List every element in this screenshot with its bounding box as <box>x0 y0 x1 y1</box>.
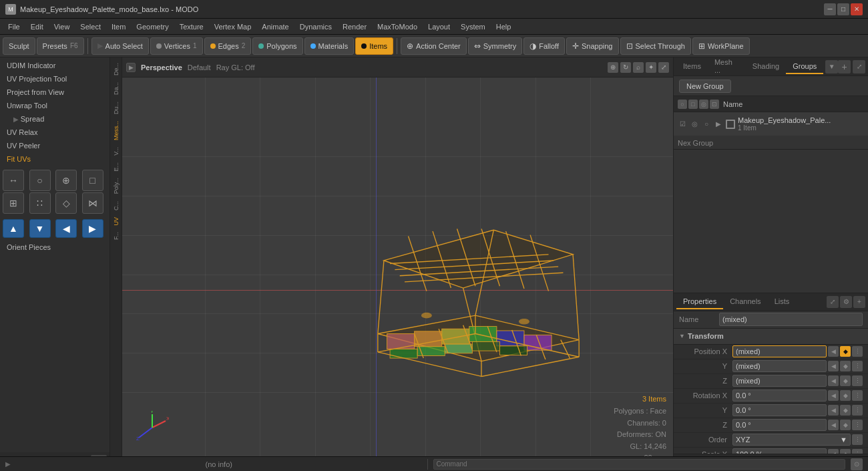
position-y-menu[interactable]: ⋮ <box>852 361 863 371</box>
menu-system[interactable]: System <box>455 21 491 33</box>
auto-select-button[interactable]: ▶ Auto Select <box>91 37 149 55</box>
group-item-lock[interactable]: ○ <box>702 120 711 129</box>
rotation-x-key[interactable]: ◆ <box>840 390 851 401</box>
prop-tab-channels[interactable]: Channels <box>723 295 767 309</box>
workplane-button[interactable]: ⊞ WorkPlane <box>692 37 750 55</box>
maximize-button[interactable]: □ <box>837 3 849 15</box>
symmetry-button[interactable]: ⇔ Symmetry <box>468 37 523 55</box>
sidebar-item-fit-uvs[interactable]: Fit UVs <box>0 152 110 166</box>
viewport-icon-target[interactable]: ⊕ <box>608 62 618 73</box>
group-item-checkbox[interactable]: ☑ <box>678 120 687 129</box>
group-item-expand[interactable]: ▶ <box>714 120 723 129</box>
scale-x-value[interactable]: 100.0 % <box>732 448 827 454</box>
position-y-dec[interactable]: ◀ <box>828 361 839 371</box>
tab-shading[interactable]: Shading <box>746 59 786 74</box>
snapping-button[interactable]: ✛ Snapping <box>566 37 619 55</box>
arrow-down-button[interactable]: ▼ <box>29 219 51 238</box>
menu-file[interactable]: File <box>3 21 25 33</box>
action-center-button[interactable]: ⊕ Action Center <box>401 37 467 55</box>
rotation-x-menu[interactable]: ⋮ <box>852 390 863 401</box>
position-y-key[interactable]: ◆ <box>840 361 851 371</box>
tool-icon-grid[interactable]: ⊞ <box>3 192 24 214</box>
edges-button[interactable]: Edges 2 <box>204 37 252 55</box>
sculpt-button[interactable]: Sculpt <box>3 37 35 55</box>
vtab-da[interactable]: Da... <box>112 80 121 98</box>
position-x-menu[interactable]: ⋮ <box>852 346 863 357</box>
tab-add-button[interactable]: + <box>838 60 851 73</box>
position-z-value[interactable]: (mixed) <box>732 375 827 387</box>
tool-icon-axis[interactable]: ⊕ <box>55 170 77 191</box>
rotation-z-menu[interactable]: ⋮ <box>852 420 863 430</box>
rotation-z-key[interactable]: ◆ <box>840 420 851 430</box>
rotation-y-dec[interactable]: ◀ <box>828 405 839 416</box>
sidebar-item-unwrap[interactable]: Unwrap Tool <box>0 99 110 112</box>
tool-icon-shape[interactable]: ◇ <box>55 192 77 214</box>
menu-help[interactable]: Help <box>491 21 517 33</box>
arrow-up-button[interactable]: ▲ <box>3 219 24 238</box>
menu-animate[interactable]: Animate <box>256 21 294 33</box>
rotation-z-dec[interactable]: ◀ <box>828 420 839 430</box>
vtab-poly[interactable]: Poly... <box>112 175 121 196</box>
tab-expand-icon[interactable]: ▼ <box>825 60 838 73</box>
rpanel-fullscreen-icon[interactable]: ⤢ <box>853 60 865 73</box>
arrow-left-button[interactable]: ◀ <box>55 219 77 238</box>
falloff-button[interactable]: ◑ Falloff <box>523 37 565 55</box>
position-z-key[interactable]: ◆ <box>840 375 851 386</box>
menu-dynamics[interactable]: Dynamics <box>294 21 337 33</box>
tab-mesh[interactable]: Mesh ... <box>708 55 746 78</box>
viewport-icon-rotate[interactable]: ↻ <box>620 62 631 73</box>
menu-maxtoModo[interactable]: MaxToModo <box>372 21 423 33</box>
items-button[interactable]: Items <box>355 37 393 55</box>
scale-x-key[interactable]: ◆ <box>840 449 851 454</box>
sidebar-item-udim[interactable]: UDIM Indicator <box>0 59 110 72</box>
position-z-menu[interactable]: ⋮ <box>852 375 863 386</box>
vtab-de[interactable]: De... <box>112 60 121 78</box>
rotation-z-value[interactable]: 0.0 ° <box>732 419 827 431</box>
order-select[interactable]: XYZ ▼ <box>732 434 851 446</box>
group-item-eye[interactable]: ◎ <box>690 120 699 129</box>
rotation-y-menu[interactable]: ⋮ <box>852 405 863 416</box>
tab-items[interactable]: Items <box>676 59 708 74</box>
menu-geometry[interactable]: Geometry <box>131 21 174 33</box>
vtab-e[interactable]: E... <box>112 160 121 174</box>
vtab-f[interactable]: F... <box>112 229 121 243</box>
menu-item[interactable]: Item <box>106 21 131 33</box>
menu-texture[interactable]: Texture <box>174 21 209 33</box>
vtab-mess[interactable]: Mess... <box>112 118 121 143</box>
tool-icon-cube[interactable]: □ <box>82 170 103 191</box>
sidebar-item-spread[interactable]: ▶ Spread <box>7 112 110 126</box>
menu-edit[interactable]: Edit <box>25 21 49 33</box>
presets-button[interactable]: Presets F6 <box>37 37 84 55</box>
vtab-uv[interactable]: UV <box>112 214 121 228</box>
sidebar-item-uv-peeler[interactable]: UV Peeler <box>0 139 110 152</box>
tool-icon-dots[interactable]: ∷ <box>29 192 51 214</box>
sidebar-item-uv-relax[interactable]: UV Relax <box>0 126 110 139</box>
prop-expand-icon[interactable]: ⤢ <box>827 296 839 308</box>
command-run-icon[interactable]: ⊙ <box>851 458 863 470</box>
name-input[interactable] <box>719 313 863 326</box>
vtab-du[interactable]: Du... <box>112 99 121 117</box>
position-x-dec[interactable]: ◀ <box>828 346 839 357</box>
minimize-button[interactable]: ─ <box>824 3 836 15</box>
viewport-icon-settings[interactable]: ✦ <box>646 62 656 73</box>
position-x-key[interactable]: ◆ <box>840 346 851 357</box>
rotation-y-key[interactable]: ◆ <box>840 405 851 416</box>
tool-icon-mesh[interactable]: ⋈ <box>82 192 103 214</box>
command-input[interactable] <box>433 459 846 470</box>
menu-layout[interactable]: Layout <box>423 21 455 33</box>
menu-render[interactable]: Render <box>337 21 372 33</box>
order-menu[interactable]: ⋮ <box>852 434 863 445</box>
rotation-y-value[interactable]: 0.0 ° <box>732 404 827 416</box>
scale-x-menu[interactable]: ⋮ <box>852 449 863 454</box>
viewport-icon-zoom[interactable]: ⌕ <box>633 62 644 73</box>
position-z-dec[interactable]: ◀ <box>828 375 839 386</box>
rotation-x-value[interactable]: 0.0 ° <box>732 389 827 402</box>
vtab-v[interactable]: V... <box>112 144 121 158</box>
sidebar-item-project-from-view[interactable]: Project from View <box>0 86 110 99</box>
tab-groups[interactable]: Groups <box>786 59 823 74</box>
new-group-button[interactable]: New Group <box>679 80 731 93</box>
scale-x-dec[interactable]: ◀ <box>828 449 839 454</box>
prop-add-icon[interactable]: + <box>853 296 865 308</box>
tool-icon-transform[interactable]: ↔ <box>3 170 24 191</box>
vtab-c[interactable]: C... <box>112 198 121 213</box>
